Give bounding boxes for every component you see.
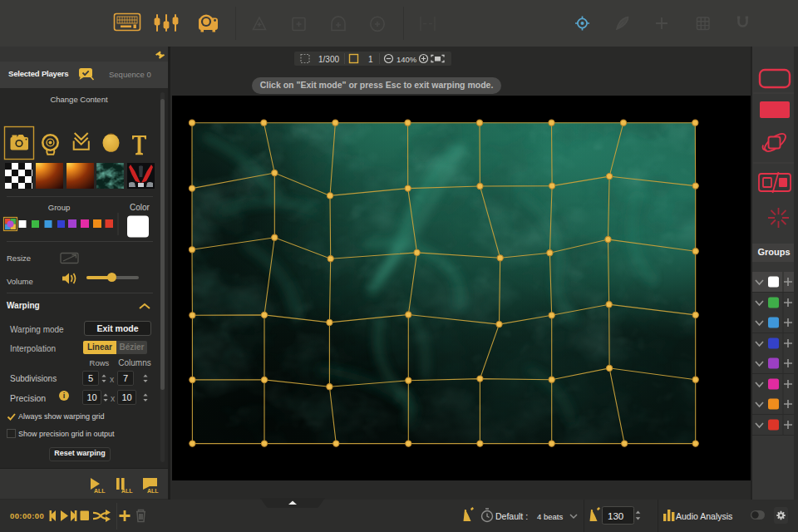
svg-text:Audio Analysis: Audio Analysis bbox=[676, 511, 732, 521]
svg-text:ALL: ALL bbox=[147, 488, 159, 494]
svg-text:ALL: ALL bbox=[121, 488, 133, 494]
svg-text:1/300: 1/300 bbox=[318, 55, 339, 64]
svg-text:140%: 140% bbox=[397, 55, 417, 64]
svg-text:130: 130 bbox=[608, 511, 623, 521]
svg-text:ALL: ALL bbox=[94, 488, 106, 494]
svg-text:Default :: Default : bbox=[495, 511, 528, 521]
svg-text:4 beats: 4 beats bbox=[537, 512, 563, 521]
svg-text:1: 1 bbox=[368, 55, 373, 64]
